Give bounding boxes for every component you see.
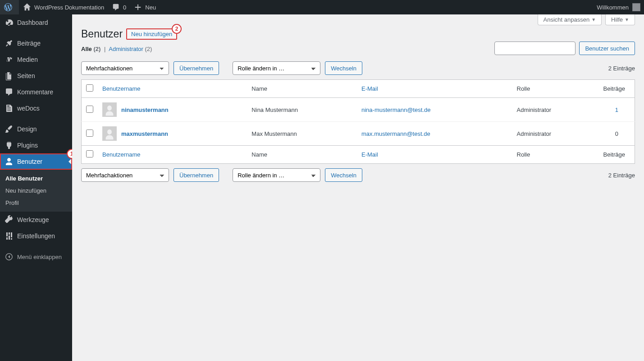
select-all-checkbox-bottom[interactable] [86, 150, 93, 157]
wordpress-icon [4, 3, 13, 12]
search-button[interactable]: Benutzer suchen [579, 42, 635, 55]
sidebar-item-label: Benutzer [17, 158, 42, 165]
user-posts-link[interactable]: 1 [615, 106, 618, 113]
document-icon [5, 104, 14, 113]
filter-all[interactable]: Alle (2) [81, 46, 100, 52]
comment-icon [111, 3, 120, 12]
table-row: maxmustermann Max Mustermann max.musterm… [82, 122, 635, 146]
user-email-link[interactable]: nina-mustermann@test.de [361, 106, 430, 113]
avatar [102, 102, 117, 117]
column-role: Rolle [512, 80, 599, 98]
add-new-button[interactable]: Neu hinzufügen 2 [126, 28, 177, 40]
adminbar-wp-logo[interactable] [0, 0, 19, 14]
sidebar-item-users[interactable]: Benutzer [0, 153, 72, 170]
sidebar-submenu-users: Alle Benutzer Neu hinzufügen Profil [0, 170, 72, 204]
user-username-link[interactable]: maxmustermann [121, 130, 168, 137]
submenu-item-all-users[interactable]: Alle Benutzer [0, 172, 72, 185]
home-icon [23, 3, 32, 12]
sidebar-item-pages[interactable]: Seiten [0, 68, 72, 84]
sidebar-item-design[interactable]: Design [0, 121, 72, 137]
change-role-button[interactable]: Wechseln [325, 61, 362, 75]
filter-administrator[interactable]: Administrator (2) [109, 46, 152, 52]
user-username-link[interactable]: ninamustermann [121, 106, 169, 113]
column-role: Rolle [512, 146, 599, 164]
bulk-apply-button[interactable]: Übernehmen [174, 61, 219, 75]
column-username[interactable]: Benutzername [98, 146, 247, 164]
chevron-down-icon: ▼ [591, 17, 596, 22]
screen-options-button[interactable]: Ansicht anpassen ▼ [538, 14, 602, 25]
sidebar-item-wedocs[interactable]: weDocs [0, 100, 72, 116]
column-posts: Beiträge [599, 146, 635, 164]
column-name: Name [247, 80, 357, 98]
chevron-down-icon: ▼ [625, 17, 629, 22]
sidebar-item-label: Medien [17, 56, 38, 63]
table-row: ninamustermann Nina Mustermann nina-must… [82, 98, 635, 122]
change-role-select-bottom[interactable]: Rolle ändern in … [233, 168, 320, 182]
help-label: Hilfe [611, 16, 623, 23]
sidebar-item-label: weDocs [17, 105, 40, 112]
avatar [632, 3, 640, 11]
screen-meta-links: Ansicht anpassen ▼ Hilfe ▼ [538, 14, 635, 25]
change-role-select[interactable]: Rolle ändern in … [233, 61, 320, 75]
bulk-apply-button-bottom[interactable]: Übernehmen [174, 168, 219, 182]
bulk-actions-select-bottom[interactable]: Mehrfachaktionen [81, 168, 169, 182]
select-all-checkbox[interactable] [86, 84, 93, 92]
items-count: 2 Einträge [608, 65, 635, 72]
plugin-icon [5, 141, 14, 150]
user-posts-count: 0 [615, 130, 618, 137]
tablenav-bottom: Mehrfachaktionen Übernehmen Rolle ändern… [81, 168, 635, 182]
plus-icon [133, 3, 142, 12]
admin-sidebar: Dashboard Beiträge Medien Seiten Komment… [0, 14, 72, 204]
add-new-label: Neu hinzufügen [131, 31, 172, 37]
column-email[interactable]: E-Mail [357, 146, 512, 164]
tablenav-top: Mehrfachaktionen Übernehmen Rolle ändern… [81, 61, 635, 75]
page-title: Benutzer [81, 28, 123, 40]
admin-bar: WordPress Dokumentation 0 Neu Willkommen [0, 0, 644, 14]
sidebar-item-label: Plugins [17, 142, 38, 149]
submenu-item-profile[interactable]: Profil [0, 197, 72, 204]
column-username[interactable]: Benutzername [98, 80, 247, 98]
screen-options-label: Ansicht anpassen [544, 16, 590, 23]
sidebar-item-posts[interactable]: Beiträge [0, 35, 72, 51]
sidebar-item-plugins[interactable]: Plugins [0, 137, 72, 153]
user-role-cell: Administrator [512, 122, 599, 146]
adminbar-comments-count: 0 [123, 4, 126, 11]
user-name-cell: Max Mustermann [247, 122, 357, 146]
adminbar-comments[interactable]: 0 [108, 0, 130, 14]
adminbar-site-title: WordPress Dokumentation [34, 4, 104, 11]
sidebar-item-media[interactable]: Medien [0, 51, 72, 68]
column-posts: Beiträge [599, 80, 635, 98]
sidebar-item-label: Design [17, 125, 37, 133]
user-role-cell: Administrator [512, 98, 599, 122]
row-checkbox[interactable] [86, 130, 93, 137]
bulk-actions-select[interactable]: Mehrfachaktionen [81, 61, 169, 75]
search-input[interactable] [494, 42, 575, 55]
help-button[interactable]: Hilfe ▼ [605, 14, 635, 25]
sidebar-item-dashboard[interactable]: Dashboard [0, 14, 72, 31]
avatar [102, 126, 117, 141]
submenu-item-add-user[interactable]: Neu hinzufügen [0, 185, 72, 197]
user-icon [5, 157, 14, 166]
change-role-button-bottom[interactable]: Wechseln [325, 168, 362, 182]
column-email[interactable]: E-Mail [357, 80, 512, 98]
users-table: Benutzername Name E-Mail Rolle Beiträge … [81, 79, 635, 164]
annotation-badge: 2 [172, 24, 182, 34]
svg-point-0 [8, 59, 10, 60]
adminbar-new[interactable]: Neu [130, 0, 160, 14]
media-icon [5, 55, 14, 64]
comment-icon [5, 88, 14, 97]
user-name-cell: Nina Mustermann [247, 98, 357, 122]
sidebar-item-comments[interactable]: Kommentare [0, 84, 72, 100]
column-name: Name [247, 146, 357, 164]
dashboard-icon [5, 18, 14, 27]
items-count-bottom: 2 Einträge [608, 172, 635, 179]
row-checkbox[interactable] [86, 106, 93, 113]
pin-icon [5, 39, 14, 48]
adminbar-site-link[interactable]: WordPress Dokumentation [19, 0, 108, 14]
adminbar-welcome: Willkommen [597, 4, 629, 11]
adminbar-account[interactable]: Willkommen [593, 0, 644, 14]
brush-icon [5, 125, 14, 134]
user-email-link[interactable]: max.mustermann@test.de [361, 130, 430, 137]
sidebar-item-label: Seiten [17, 72, 35, 79]
sidebar-item-label: Dashboard [17, 19, 48, 26]
